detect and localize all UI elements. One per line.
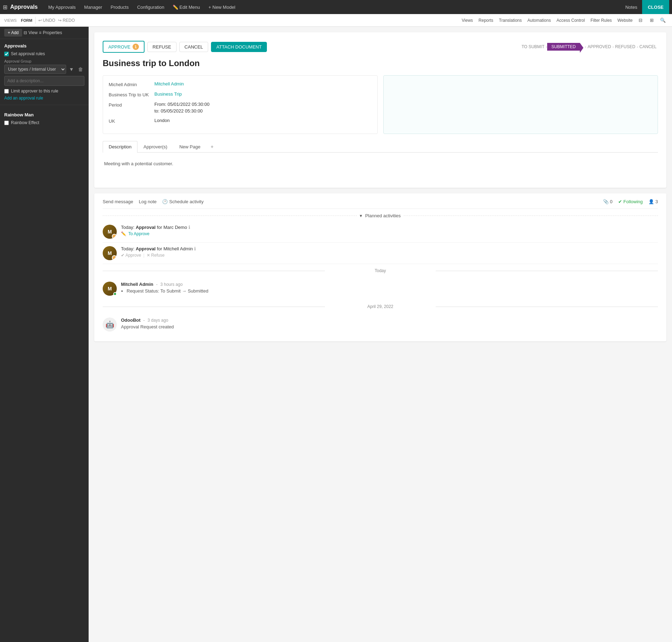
status-submitted[interactable]: SUBMITTED: [547, 43, 580, 51]
approvals-title: Approvals: [4, 43, 84, 49]
info-icon-2[interactable]: ℹ: [194, 246, 196, 251]
odoobot-message: 🤖 OdooBot - 3 days ago Approval Request …: [103, 313, 658, 336]
status-to-submit[interactable]: TO SUBMIT: [520, 44, 546, 49]
limit-approver-checkbox[interactable]: [4, 89, 9, 94]
to-approve-link[interactable]: To Approve: [128, 231, 149, 236]
status-bar: TO SUBMIT › SUBMITTED › APPROVED › REFUS…: [520, 43, 658, 51]
action-automations[interactable]: Automations: [527, 18, 551, 23]
nav-products[interactable]: Products: [107, 0, 132, 14]
michell-admin-value[interactable]: Mitchell Admin: [154, 81, 184, 86]
set-approval-rules-label: Set approval rules: [11, 51, 45, 56]
activity-actions-2: ✔ Approve | ✕ Refuse: [121, 253, 658, 258]
views-label: VIEWS: [4, 18, 17, 23]
message-time-1: -: [156, 282, 158, 287]
nav-edit-menu[interactable]: ✏️ Edit Menu: [169, 0, 204, 14]
nav-manager[interactable]: Manager: [81, 0, 105, 14]
planned-activities-header: ▾ Planned activities: [103, 209, 658, 221]
tab-add-button[interactable]: +: [206, 141, 218, 152]
status-approved[interactable]: APPROVED: [586, 44, 613, 49]
action-access-control[interactable]: Access Control: [556, 18, 585, 23]
description-input[interactable]: Add a description...: [4, 76, 84, 86]
april-divider: April 29, 2022: [103, 300, 658, 313]
limit-approver-row[interactable]: Limit approver to this rule: [4, 89, 84, 94]
chevron-down-icon[interactable]: ▾: [360, 213, 362, 218]
odoobot-author: OdooBot: [121, 317, 141, 323]
close-button[interactable]: CLOSE: [642, 0, 669, 14]
form-tabs: Description Approver(s) New Page +: [103, 141, 658, 153]
undo-button[interactable]: ↩ UNDO: [38, 18, 55, 23]
business-trip-label: Business Trip to UK: [109, 91, 154, 97]
tab-approvers[interactable]: Approver(s): [137, 141, 173, 153]
redo-button[interactable]: ↪ REDO: [58, 18, 75, 23]
filter-icon[interactable]: ▼: [68, 66, 75, 73]
view-button[interactable]: ⊟ View: [24, 30, 38, 35]
nav-new-model[interactable]: + New Model: [205, 0, 239, 14]
approvals-group: Approvals Set approval rules Approval Gr…: [0, 39, 89, 101]
paperclip-icon: 📎: [603, 199, 609, 204]
grid-view-icon[interactable]: ⊞: [647, 15, 657, 25]
rainbow-man-section: Rainbow Man Rainbow Effect: [0, 109, 89, 130]
tab-description[interactable]: Description: [103, 141, 137, 153]
refuse-button[interactable]: REFUSE: [147, 42, 177, 52]
notes-button[interactable]: Notes: [622, 0, 641, 14]
chatter: Send message Log note 🕐 Schedule activit…: [94, 193, 666, 341]
chatter-stats: 📎 0 ✔ Following 👤 3: [603, 199, 658, 204]
grid-icon[interactable]: ⊞: [3, 4, 7, 11]
business-trip-value[interactable]: Business Trip: [154, 91, 182, 97]
field-business-trip: Business Trip to UK Business Trip: [109, 91, 372, 97]
search-icon[interactable]: 🔍: [658, 15, 668, 25]
attach-document-button[interactable]: ATTACH DOCUMENT: [211, 42, 267, 52]
checkmark-icon: ✔: [618, 199, 622, 204]
action-translations[interactable]: Translations: [499, 18, 522, 23]
rainbow-effect-row[interactable]: Rainbow Effect: [4, 120, 84, 125]
planned-activities-label: Planned activities: [365, 213, 401, 218]
send-message-button[interactable]: Send message: [103, 199, 133, 204]
add-rule-link[interactable]: Add an approval rule: [4, 96, 84, 101]
attachments-count[interactable]: 📎 0: [603, 199, 613, 204]
tab-new-page[interactable]: New Page: [173, 141, 206, 153]
action-views[interactable]: Views: [462, 18, 473, 23]
set-approval-rules-checkbox[interactable]: [4, 52, 9, 56]
app-brand: Approvals: [10, 4, 38, 10]
message-bullet-1: Request Status: To Submit → Submitted: [127, 288, 658, 294]
following-button[interactable]: ✔ Following: [618, 199, 643, 204]
form-label: FORM: [21, 18, 32, 23]
approve-button[interactable]: APPROVE 1: [103, 41, 145, 53]
approve-action-btn[interactable]: ✔ Approve: [121, 253, 141, 258]
uk-value: London: [154, 118, 169, 123]
delete-icon[interactable]: 🗑: [77, 66, 84, 73]
message-header-1: Mitchell Admin - 3 hours ago: [121, 282, 658, 287]
info-icon[interactable]: ℹ: [188, 225, 190, 230]
odoobot-header: OdooBot - 3 days ago: [121, 317, 658, 323]
nav-my-approvals[interactable]: My Approvals: [45, 0, 79, 14]
period-to: to: 05/05/2022 05:30:00: [154, 108, 210, 114]
form-card: APPROVE 1 REFUSE CANCEL ATTACH DOCUMENT …: [94, 32, 666, 188]
set-approval-rules-row[interactable]: Set approval rules: [4, 51, 84, 56]
chatter-toolbar: Send message Log note 🕐 Schedule activit…: [103, 199, 658, 209]
nav-configuration[interactable]: Configuration: [134, 0, 168, 14]
field-uk: UK London: [109, 118, 372, 124]
schedule-activity-button[interactable]: 🕐 Schedule activity: [162, 199, 204, 204]
followers-count[interactable]: 👤 3: [648, 199, 658, 204]
log-note-button[interactable]: Log note: [139, 199, 157, 204]
action-filter-rules[interactable]: Filter Rules: [590, 18, 612, 23]
list-view-icon[interactable]: ⊟: [635, 15, 645, 25]
add-button[interactable]: + Add: [4, 29, 22, 37]
activity-item: M Today: Approval for Marc Demo ℹ ✏️ To …: [103, 221, 658, 243]
approval-group-select[interactable]: User types / Internal User: [4, 65, 66, 74]
status-refused[interactable]: REFUSED: [614, 44, 636, 49]
message-author-1: Mitchell Admin: [121, 282, 153, 287]
action-bar: APPROVE 1 REFUSE CANCEL ATTACH DOCUMENT …: [103, 41, 658, 53]
rainbow-effect-checkbox[interactable]: [4, 121, 9, 125]
odoobot-avatar: 🤖: [103, 317, 117, 332]
status-cancel[interactable]: CANCEL: [638, 44, 658, 49]
refuse-action-btn[interactable]: ✕ Refuse: [147, 253, 165, 258]
today-divider: Today: [103, 264, 658, 277]
activity-avatar-2: M: [103, 246, 117, 260]
action-reports[interactable]: Reports: [479, 18, 493, 23]
period-values: From: 05/01/2022 05:30:00 to: 05/05/2022…: [154, 102, 210, 114]
cancel-button[interactable]: CANCEL: [179, 42, 209, 52]
message-avatar-mitchell: M: [103, 282, 117, 296]
properties-button[interactable]: ≡ Properties: [39, 30, 62, 35]
action-website[interactable]: Website: [617, 18, 633, 23]
